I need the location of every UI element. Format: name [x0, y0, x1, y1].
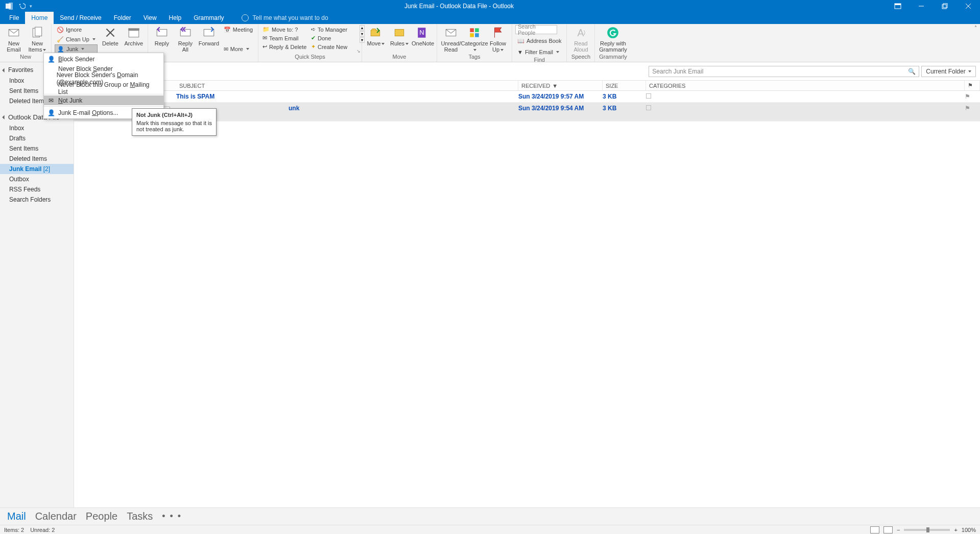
module-mail[interactable]: Mail	[7, 511, 26, 522]
ribbon-display-options-icon[interactable]	[886, 0, 910, 12]
undo-icon[interactable]	[17, 2, 26, 10]
unread-button[interactable]: Unread/ Read	[440, 25, 462, 53]
read-aloud-button[interactable]: ARead Aloud	[570, 25, 591, 53]
categorize-button[interactable]: Categorize	[464, 25, 485, 53]
new-items-button[interactable]: New Items	[27, 25, 48, 53]
check-icon: ✔	[311, 35, 316, 41]
forward-button[interactable]: Forward	[198, 25, 220, 46]
delete-label: Delete	[102, 40, 118, 46]
message-row[interactable]: This is SPAM Sun 3/24/2019 9:57 AM 3 KB …	[74, 91, 980, 103]
search-scope-dropdown[interactable]: Current Folder	[921, 66, 976, 77]
col-categories[interactable]: Categories	[646, 81, 965, 90]
msg-flag[interactable]: ⚑	[965, 105, 980, 112]
minimize-button[interactable]	[910, 0, 933, 12]
archive-button[interactable]: Archive	[123, 25, 145, 46]
module-tasks[interactable]: Tasks	[127, 511, 153, 522]
search-input[interactable]: Search Junk Email 🔍	[649, 66, 919, 77]
qs-tomanager[interactable]: ➪To Manager	[310, 25, 357, 34]
menu-not-junk[interactable]: ✉Not Junk	[44, 95, 163, 105]
move-button[interactable]: Move	[365, 25, 387, 46]
ignore-button[interactable]: 🚫Ignore	[55, 25, 98, 34]
zoom-out-icon[interactable]: −	[897, 527, 900, 533]
view-normal-icon[interactable]	[870, 526, 879, 533]
reply-button[interactable]: Reply	[151, 25, 173, 46]
col-size[interactable]: Size	[603, 81, 646, 90]
filter-email-button[interactable]: ▼Filter Email	[515, 47, 561, 57]
nav-drafts[interactable]: Drafts	[0, 133, 74, 143]
rules-button[interactable]: Rules	[389, 25, 410, 46]
tab-home[interactable]: Home	[25, 12, 54, 24]
speech-group-label: Speech	[570, 54, 591, 62]
nav-deleted[interactable]: Deleted Items	[0, 154, 74, 164]
svg-rect-25	[475, 28, 479, 32]
meeting-icon: 📅	[224, 27, 231, 33]
cleanup-button[interactable]: 🧹Clean Up	[55, 35, 98, 44]
quick-access-toolbar: ▾	[0, 2, 32, 10]
msg-flag[interactable]: ⚑	[965, 93, 980, 100]
tab-grammarly[interactable]: Grammarly	[187, 12, 230, 24]
msg-category[interactable]	[646, 105, 965, 112]
nav-junk[interactable]: Junk Email [2]	[0, 164, 74, 174]
address-book-button[interactable]: 📖Address Book	[515, 36, 563, 45]
delete-button[interactable]: Delete	[100, 25, 121, 46]
tooltip-body: Mark this message so that it is not trea…	[136, 120, 212, 132]
qs-moveto[interactable]: 📁Move to: ?	[261, 25, 309, 34]
module-people[interactable]: People	[86, 511, 117, 522]
mail-icon: ✉	[262, 35, 267, 41]
module-calendar[interactable]: Calendar	[35, 511, 77, 522]
more-respond-button[interactable]: ✉More	[222, 44, 255, 54]
msg-size: 3 KB	[603, 105, 646, 112]
tell-me[interactable]: Tell me what you want to do	[242, 12, 328, 24]
ribbon-group-move: Move Rules NOneNote Move	[362, 24, 437, 62]
nav-sent[interactable]: Sent Items	[0, 143, 74, 154]
ribbon-tabstrip: File Home Send / Receive Folder View Hel…	[0, 12, 980, 24]
categorize-icon	[468, 26, 481, 39]
msg-category[interactable]	[646, 93, 965, 100]
reply-all-button[interactable]: Reply All	[175, 25, 196, 53]
qs-createnew[interactable]: ✦Create New	[310, 42, 357, 51]
zoom-slider[interactable]	[904, 529, 950, 531]
new-email-icon	[7, 26, 20, 39]
tab-view[interactable]: View	[137, 12, 163, 24]
qs-replydelete[interactable]: ↩Reply & Delete	[261, 42, 309, 51]
qs-done[interactable]: ✔Done	[310, 34, 357, 42]
reply-grammarly-button[interactable]: Reply with Grammarly	[598, 25, 628, 53]
col-subject[interactable]: Subject	[176, 81, 518, 90]
flag-icon	[491, 26, 505, 39]
nav-inbox[interactable]: Inbox	[0, 123, 74, 133]
module-more-icon[interactable]: • • •	[162, 511, 182, 522]
tab-folder[interactable]: Folder	[108, 12, 137, 24]
nav-outbox[interactable]: Outbox	[0, 174, 74, 184]
new-email-button[interactable]: New Email	[3, 25, 25, 53]
maximize-button[interactable]	[933, 0, 957, 12]
svg-rect-1	[9, 3, 13, 10]
tab-send-receive[interactable]: Send / Receive	[54, 12, 107, 24]
menu-never-block-group[interactable]: Never Block this Group or Mailing List	[44, 83, 163, 93]
new-items-label: New Items	[29, 40, 46, 53]
tab-help[interactable]: Help	[163, 12, 188, 24]
nav-rss[interactable]: RSS Feeds	[0, 184, 74, 195]
titlebar: ▾ Junk Email - Outlook Data File - Outlo…	[0, 0, 980, 12]
menu-block-sender[interactable]: 👤Block Sender	[44, 54, 163, 64]
qs-team[interactable]: ✉Team Email	[261, 34, 309, 42]
view-reading-icon[interactable]	[883, 526, 893, 533]
lightbulb-icon	[242, 14, 249, 21]
onenote-button[interactable]: NOneNote	[412, 25, 434, 46]
followup-button[interactable]: Follow Up	[487, 25, 509, 53]
meeting-button[interactable]: 📅Meeting	[222, 25, 255, 34]
collapse-ribbon-icon[interactable]: ˄	[974, 25, 977, 31]
search-icon[interactable]: 🔍	[908, 68, 916, 75]
col-flag[interactable]: ⚑	[965, 81, 980, 90]
svg-rect-15	[128, 28, 139, 30]
onenote-icon: N	[416, 26, 429, 39]
zoom-level[interactable]: 100%	[962, 527, 976, 533]
search-people-input[interactable]: Search People	[515, 25, 557, 34]
tab-file[interactable]: File	[3, 12, 25, 24]
nav-searchfolders[interactable]: Search Folders	[0, 195, 74, 205]
quicksteps-launcher-icon[interactable]: ↘	[356, 48, 361, 54]
zoom-in-icon[interactable]: +	[954, 527, 957, 533]
col-received[interactable]: Received ▼	[518, 81, 603, 90]
svg-rect-24	[470, 28, 474, 32]
cleanup-icon: 🧹	[57, 36, 64, 43]
close-button[interactable]	[957, 0, 980, 12]
